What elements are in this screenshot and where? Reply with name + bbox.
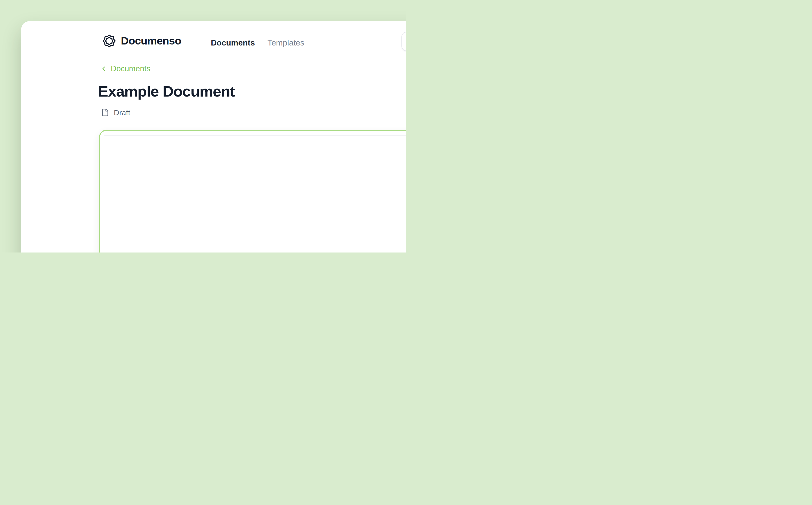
document-preview[interactable] [99,130,406,252]
page-title: Example Document [98,82,235,101]
breadcrumb-label: Documents [111,64,150,73]
top-navigation-bar: Documenso Documents Templates ⌘+K EU Exa… [21,21,406,61]
file-icon [101,108,109,117]
status-badge: Draft [114,108,130,117]
nav-templates[interactable]: Templates [268,38,304,47]
screen: Documenso Documents Templates ⌘+K EU Exa… [0,0,406,252]
document-status: Draft [101,108,130,117]
documenso-logo-icon [102,34,116,48]
brand-logo[interactable]: Documenso [102,34,181,48]
nav-documents[interactable]: Documents [211,38,255,47]
document-page [104,136,406,252]
search-box[interactable]: ⌘+K [401,32,406,51]
brand-name: Documenso [121,35,181,47]
chevron-left-icon [100,65,107,72]
breadcrumb-back-documents[interactable]: Documents [100,64,150,73]
app-window: Documenso Documents Templates ⌘+K EU Exa… [21,21,406,252]
